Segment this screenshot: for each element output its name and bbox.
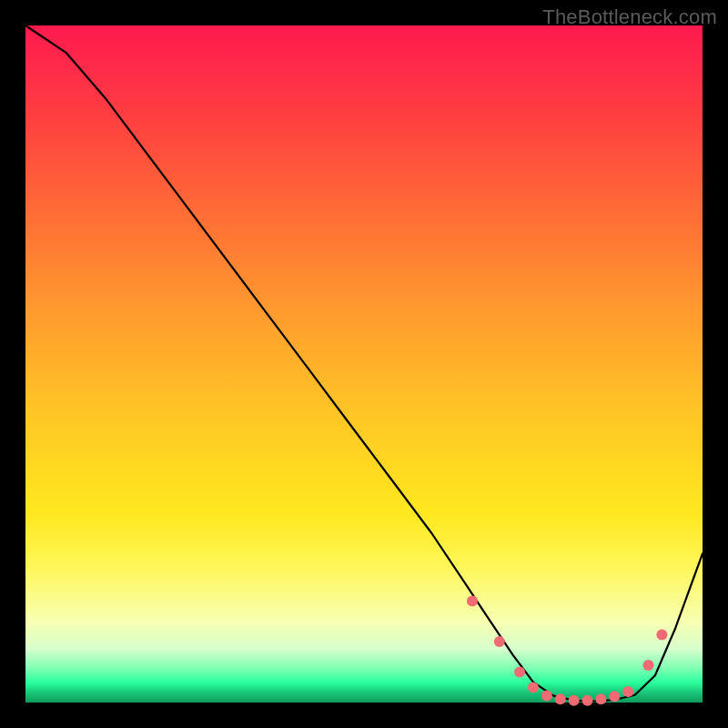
data-marker [528,682,539,693]
chart-frame: TheBottleneck.com [0,0,728,728]
data-marker [467,595,478,606]
chart-svg [25,25,703,703]
data-marker [514,667,525,678]
marker-group [467,595,667,705]
data-marker [541,691,552,702]
data-marker [609,691,620,702]
watermark-text: TheBottleneck.com [542,5,717,29]
data-marker [569,695,580,706]
data-marker [494,636,505,647]
chart-plot-area [25,25,703,703]
data-marker [622,686,633,697]
curve-path [25,25,703,702]
data-marker [656,630,667,641]
data-marker [643,660,654,671]
data-marker [582,695,593,706]
data-marker [555,693,566,704]
data-marker [595,693,606,704]
